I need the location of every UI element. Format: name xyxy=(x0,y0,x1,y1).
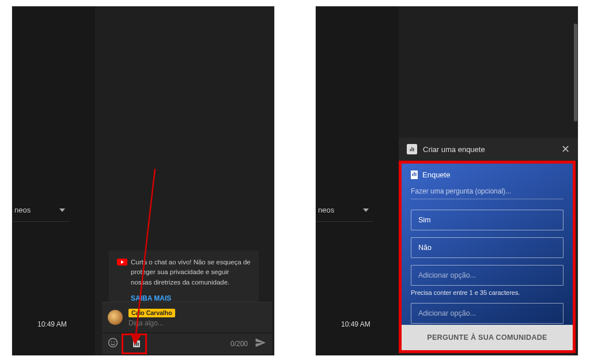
poll-icon xyxy=(411,170,418,179)
svg-rect-6 xyxy=(138,343,139,346)
sidebar-item-label: neos xyxy=(318,206,334,214)
poll-header-title: Criar uma enquete xyxy=(423,145,485,154)
close-icon[interactable]: ✕ xyxy=(561,143,570,156)
poll-option-2[interactable] xyxy=(411,237,563,258)
avatar xyxy=(108,310,123,325)
poll-option-3[interactable] xyxy=(411,265,563,286)
divider xyxy=(316,221,373,222)
ask-community-button[interactable]: PERGUNTE À SUA COMUNIDADE xyxy=(402,325,573,350)
panel-chat-before: neos Curta o chat ao vivo! Não se esqueç… xyxy=(12,6,275,356)
svg-point-0 xyxy=(109,338,118,347)
divider xyxy=(12,221,70,222)
chat-message-input[interactable] xyxy=(128,319,266,327)
svg-rect-10 xyxy=(413,148,414,151)
scrollbar[interactable] xyxy=(574,24,577,122)
create-poll-button[interactable] xyxy=(129,336,144,351)
username-badge: Caio Carvalho xyxy=(128,309,175,317)
poll-hint-1: Precisa conter entre 1 e 35 caracteres. xyxy=(411,289,563,296)
poll-option-1[interactable] xyxy=(411,210,563,230)
svg-rect-12 xyxy=(414,172,415,176)
poll-option-4[interactable] xyxy=(411,303,563,324)
chat-input-row: Caio Carvalho xyxy=(102,302,272,332)
timestamp: 10:49 AM xyxy=(341,320,370,328)
timestamp: 10:49 AM xyxy=(37,320,67,328)
poll-badge-row: Enquete xyxy=(411,170,563,179)
svg-rect-5 xyxy=(136,342,137,346)
poll-form-body: Enquete Precisa conter entre 1 e 35 cara… xyxy=(402,164,573,325)
poll-icon xyxy=(407,144,417,154)
youtube-icon xyxy=(117,259,127,266)
sidebar-item-neos[interactable]: neos xyxy=(316,202,373,218)
chevron-down-icon xyxy=(59,208,65,212)
svg-point-2 xyxy=(114,341,115,342)
svg-rect-8 xyxy=(410,149,411,151)
svg-rect-11 xyxy=(413,174,414,176)
poll-question-input[interactable] xyxy=(411,185,563,199)
char-count: 0/200 xyxy=(230,340,248,348)
sidebar-fragment: neos xyxy=(316,202,373,225)
emoji-icon[interactable] xyxy=(108,338,118,351)
send-button[interactable] xyxy=(255,337,266,351)
send-icon xyxy=(255,337,266,348)
chat-toolbar: 0/200 xyxy=(102,333,272,354)
system-message-text: Curta o chat ao vivo! Não se esqueça de … xyxy=(131,259,251,286)
svg-point-1 xyxy=(111,341,112,342)
poll-icon xyxy=(132,339,141,348)
sidebar-item-neos[interactable]: neos xyxy=(12,202,70,218)
svg-rect-9 xyxy=(411,147,413,151)
poll-button-highlight xyxy=(122,333,147,354)
poll-header: Criar uma enquete ✕ xyxy=(399,138,578,161)
poll-form-highlight: Enquete Precisa conter entre 1 e 35 cara… xyxy=(399,161,576,353)
sidebar-item-label: neos xyxy=(14,206,31,214)
panel-poll-form: neos 10:49 AM Criar uma enquete ✕ Enquet… xyxy=(315,6,578,356)
svg-rect-13 xyxy=(415,173,417,176)
chevron-down-icon xyxy=(363,208,369,212)
svg-rect-4 xyxy=(134,343,135,346)
poll-badge-label: Enquete xyxy=(422,170,450,179)
sidebar-fragment: neos xyxy=(12,202,70,225)
